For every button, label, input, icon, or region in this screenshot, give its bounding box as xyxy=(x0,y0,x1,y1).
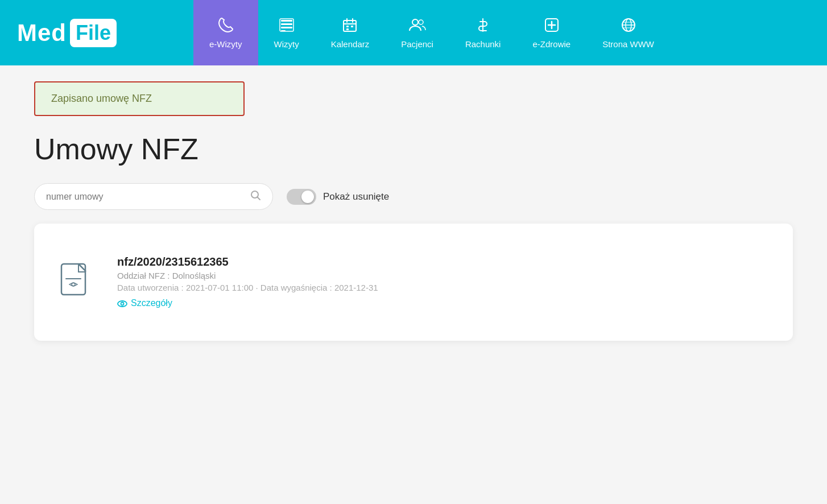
search-icon xyxy=(250,189,261,204)
notification-text: Zapisano umowę NFZ xyxy=(51,93,152,104)
header: Med File e-Wizyty xyxy=(0,0,827,65)
search-input[interactable] xyxy=(46,192,244,202)
svg-rect-5 xyxy=(344,20,356,31)
eye-icon xyxy=(117,298,127,309)
nav-item-pacjenci[interactable]: Pacjenci xyxy=(385,0,449,65)
nav-item-e-zdrowie[interactable]: e-Zdrowie xyxy=(516,0,586,65)
contract-details-link[interactable]: Szczegóły xyxy=(117,298,172,309)
logo-file-box: File xyxy=(70,19,117,47)
svg-rect-10 xyxy=(351,26,353,27)
svg-line-24 xyxy=(258,197,260,200)
toggle-label: Pokaż usunięte xyxy=(323,191,389,203)
nav-label-kalendarz: Kalendarz xyxy=(331,39,370,49)
page-title: Umowy NFZ xyxy=(34,132,793,166)
svg-point-12 xyxy=(412,19,418,25)
nav-item-kalendarz[interactable]: Kalendarz xyxy=(315,0,386,65)
details-link-label: Szczegóły xyxy=(131,298,172,308)
nav-label-strona-www: Strona WWW xyxy=(602,39,654,49)
svg-rect-1 xyxy=(281,23,292,25)
globe-icon xyxy=(621,17,636,36)
people-icon xyxy=(408,17,427,36)
cross-icon xyxy=(544,17,560,36)
search-row: Pokaż usunięte xyxy=(34,183,793,210)
contract-branch: Oddział NFZ : Dolnośląski xyxy=(117,271,770,280)
notification-bar: Zapisano umowę NFZ xyxy=(34,81,245,116)
svg-point-29 xyxy=(121,302,124,305)
nav-item-rachunki[interactable]: Rachunki xyxy=(449,0,517,65)
dollar-icon xyxy=(475,17,491,36)
toggle-knob xyxy=(301,191,314,203)
svg-rect-2 xyxy=(281,27,292,28)
contract-number: nfz/2020/2315612365 xyxy=(117,255,770,268)
nav-item-e-wizyty[interactable]: e-Wizyty xyxy=(193,0,258,65)
nav-label-pacjenci: Pacjenci xyxy=(401,39,433,49)
svg-point-13 xyxy=(419,20,423,24)
nav-label-e-wizyty: e-Wizyty xyxy=(209,39,242,49)
nav-label-rachunki: Rachunki xyxy=(465,39,501,49)
nav-label-wizyty: Wizyty xyxy=(274,39,299,49)
main-nav: e-Wizyty Wizyty xyxy=(193,0,827,65)
nav-item-wizyty[interactable]: Wizyty xyxy=(258,0,315,65)
table-row: nfz/2020/2315612365 Oddział NFZ : Dolnoś… xyxy=(57,244,770,320)
main-content: Zapisano umowę NFZ Umowy NFZ Pokaż usuni… xyxy=(0,65,827,363)
svg-rect-11 xyxy=(346,28,349,30)
svg-rect-9 xyxy=(346,26,349,27)
svg-rect-0 xyxy=(281,20,292,22)
logo-file: File xyxy=(76,21,111,45)
toggle-row: Pokaż usunięte xyxy=(287,189,389,205)
contract-list: nfz/2020/2315612365 Oddział NFZ : Dolnoś… xyxy=(34,224,793,341)
contract-doc-icon xyxy=(57,263,97,301)
nav-item-strona-www[interactable]: Strona WWW xyxy=(586,0,670,65)
contract-details: nfz/2020/2315612365 Oddział NFZ : Dolnoś… xyxy=(117,255,770,309)
svg-point-28 xyxy=(118,301,127,307)
logo-med: Med xyxy=(17,19,67,47)
calendar-icon xyxy=(342,17,358,36)
list-icon xyxy=(279,17,295,36)
phone-icon xyxy=(218,17,234,36)
search-box xyxy=(34,183,273,210)
show-deleted-toggle[interactable] xyxy=(287,189,316,205)
logo-area: Med File xyxy=(0,0,193,65)
contract-dates: Data utworzenia : 2021-07-01 11:00 · Dat… xyxy=(117,283,770,292)
nav-label-e-zdrowie: e-Zdrowie xyxy=(532,39,570,49)
